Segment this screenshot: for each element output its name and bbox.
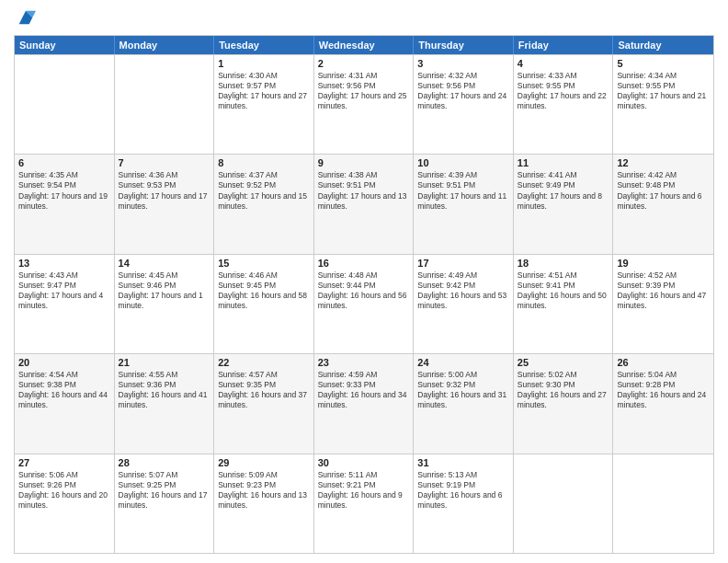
calendar-cell xyxy=(613,454,713,553)
day-info: Sunrise: 5:11 AM Sunset: 9:21 PM Dayligh… xyxy=(318,470,410,511)
day-info: Sunrise: 4:54 AM Sunset: 9:38 PM Dayligh… xyxy=(18,370,110,410)
weekday-header: Monday xyxy=(115,36,215,54)
logo-text xyxy=(14,9,36,28)
day-number: 15 xyxy=(218,258,310,269)
day-info: Sunrise: 4:39 AM Sunset: 9:51 PM Dayligh… xyxy=(417,170,509,211)
calendar-cell xyxy=(514,454,614,553)
day-number: 16 xyxy=(318,258,410,269)
calendar-cell: 1Sunrise: 4:30 AM Sunset: 9:57 PM Daylig… xyxy=(214,55,314,154)
calendar-cell: 14Sunrise: 4:45 AM Sunset: 9:46 PM Dayli… xyxy=(115,255,215,353)
calendar-cell: 21Sunrise: 4:55 AM Sunset: 9:36 PM Dayli… xyxy=(115,354,215,453)
calendar-cell xyxy=(115,55,215,154)
calendar-cell: 20Sunrise: 4:54 AM Sunset: 9:38 PM Dayli… xyxy=(15,354,115,453)
calendar-cell: 24Sunrise: 5:00 AM Sunset: 9:32 PM Dayli… xyxy=(414,354,514,453)
calendar-week-row: 6Sunrise: 4:35 AM Sunset: 9:54 PM Daylig… xyxy=(15,154,713,253)
calendar-cell: 13Sunrise: 4:43 AM Sunset: 9:47 PM Dayli… xyxy=(15,255,115,353)
weekday-header: Sunday xyxy=(15,36,115,54)
day-info: Sunrise: 4:33 AM Sunset: 9:55 PM Dayligh… xyxy=(518,71,609,111)
day-number: 4 xyxy=(518,58,609,69)
calendar-week-row: 13Sunrise: 4:43 AM Sunset: 9:47 PM Dayli… xyxy=(15,254,713,353)
calendar-cell: 8Sunrise: 4:37 AM Sunset: 9:52 PM Daylig… xyxy=(214,155,314,253)
day-number: 14 xyxy=(119,258,210,269)
day-number: 13 xyxy=(18,258,110,269)
day-info: Sunrise: 4:37 AM Sunset: 9:52 PM Dayligh… xyxy=(218,170,310,211)
calendar-cell: 9Sunrise: 4:38 AM Sunset: 9:51 PM Daylig… xyxy=(314,155,415,253)
day-info: Sunrise: 5:07 AM Sunset: 9:25 PM Dayligh… xyxy=(119,470,210,511)
day-number: 18 xyxy=(518,258,609,269)
day-info: Sunrise: 4:31 AM Sunset: 9:56 PM Dayligh… xyxy=(318,71,410,111)
day-number: 24 xyxy=(417,357,509,368)
day-number: 3 xyxy=(417,58,509,69)
day-info: Sunrise: 4:38 AM Sunset: 9:51 PM Dayligh… xyxy=(318,170,410,211)
weekday-header: Saturday xyxy=(613,36,713,54)
day-number: 1 xyxy=(218,58,310,69)
calendar-cell: 5Sunrise: 4:34 AM Sunset: 9:55 PM Daylig… xyxy=(613,55,713,154)
calendar-cell: 6Sunrise: 4:35 AM Sunset: 9:54 PM Daylig… xyxy=(15,155,115,253)
calendar-cell: 11Sunrise: 4:41 AM Sunset: 9:49 PM Dayli… xyxy=(514,155,614,253)
day-number: 12 xyxy=(617,157,710,168)
calendar-cell: 16Sunrise: 4:48 AM Sunset: 9:44 PM Dayli… xyxy=(314,255,415,353)
weekday-header: Friday xyxy=(514,36,614,54)
calendar-cell: 4Sunrise: 4:33 AM Sunset: 9:55 PM Daylig… xyxy=(514,55,614,154)
day-number: 7 xyxy=(119,157,210,168)
day-number: 25 xyxy=(518,357,609,368)
calendar-cell: 23Sunrise: 4:59 AM Sunset: 9:33 PM Dayli… xyxy=(314,354,415,453)
day-info: Sunrise: 4:51 AM Sunset: 9:41 PM Dayligh… xyxy=(518,270,609,311)
day-info: Sunrise: 4:30 AM Sunset: 9:57 PM Dayligh… xyxy=(218,71,310,111)
calendar-week-row: 1Sunrise: 4:30 AM Sunset: 9:57 PM Daylig… xyxy=(15,54,713,154)
calendar-cell: 12Sunrise: 4:42 AM Sunset: 9:48 PM Dayli… xyxy=(613,155,713,253)
day-number: 20 xyxy=(18,357,110,368)
calendar-cell: 28Sunrise: 5:07 AM Sunset: 9:25 PM Dayli… xyxy=(115,454,215,553)
calendar-cell: 22Sunrise: 4:57 AM Sunset: 9:35 PM Dayli… xyxy=(214,354,314,453)
calendar: SundayMondayTuesdayWednesdayThursdayFrid… xyxy=(14,35,714,554)
day-info: Sunrise: 4:35 AM Sunset: 9:54 PM Dayligh… xyxy=(18,170,110,211)
day-info: Sunrise: 4:36 AM Sunset: 9:53 PM Dayligh… xyxy=(119,170,210,211)
day-number: 31 xyxy=(417,457,509,468)
day-info: Sunrise: 5:02 AM Sunset: 9:30 PM Dayligh… xyxy=(518,370,609,410)
day-info: Sunrise: 5:04 AM Sunset: 9:28 PM Dayligh… xyxy=(617,370,710,410)
day-number: 5 xyxy=(617,58,710,69)
day-number: 8 xyxy=(218,157,310,168)
logo-icon xyxy=(16,7,36,28)
calendar-week-row: 20Sunrise: 4:54 AM Sunset: 9:38 PM Dayli… xyxy=(15,353,713,453)
day-number: 26 xyxy=(617,357,710,368)
calendar-cell: 18Sunrise: 4:51 AM Sunset: 9:41 PM Dayli… xyxy=(514,255,614,353)
day-info: Sunrise: 5:06 AM Sunset: 9:26 PM Dayligh… xyxy=(18,470,110,511)
day-info: Sunrise: 5:13 AM Sunset: 9:19 PM Dayligh… xyxy=(417,470,509,511)
day-info: Sunrise: 4:52 AM Sunset: 9:39 PM Dayligh… xyxy=(617,270,710,311)
day-info: Sunrise: 5:09 AM Sunset: 9:23 PM Dayligh… xyxy=(218,470,310,511)
calendar-cell: 27Sunrise: 5:06 AM Sunset: 9:26 PM Dayli… xyxy=(15,454,115,553)
day-number: 10 xyxy=(417,157,509,168)
day-number: 17 xyxy=(417,258,509,269)
day-info: Sunrise: 5:00 AM Sunset: 9:32 PM Dayligh… xyxy=(417,370,509,410)
weekday-header: Thursday xyxy=(414,36,514,54)
calendar-cell: 7Sunrise: 4:36 AM Sunset: 9:53 PM Daylig… xyxy=(115,155,215,253)
calendar-page: SundayMondayTuesdayWednesdayThursdayFrid… xyxy=(0,0,728,563)
calendar-cell xyxy=(15,55,115,154)
calendar-header: SundayMondayTuesdayWednesdayThursdayFrid… xyxy=(15,36,713,54)
day-info: Sunrise: 4:32 AM Sunset: 9:56 PM Dayligh… xyxy=(417,71,509,111)
day-number: 22 xyxy=(218,357,310,368)
calendar-cell: 30Sunrise: 5:11 AM Sunset: 9:21 PM Dayli… xyxy=(314,454,415,553)
calendar-cell: 3Sunrise: 4:32 AM Sunset: 9:56 PM Daylig… xyxy=(414,55,514,154)
calendar-cell: 25Sunrise: 5:02 AM Sunset: 9:30 PM Dayli… xyxy=(514,354,614,453)
day-number: 6 xyxy=(18,157,110,168)
calendar-cell: 19Sunrise: 4:52 AM Sunset: 9:39 PM Dayli… xyxy=(613,255,713,353)
calendar-week-row: 27Sunrise: 5:06 AM Sunset: 9:26 PM Dayli… xyxy=(15,454,713,553)
calendar-cell: 15Sunrise: 4:46 AM Sunset: 9:45 PM Dayli… xyxy=(214,255,314,353)
day-info: Sunrise: 4:43 AM Sunset: 9:47 PM Dayligh… xyxy=(18,270,110,311)
day-info: Sunrise: 4:42 AM Sunset: 9:48 PM Dayligh… xyxy=(617,170,710,211)
calendar-body: 1Sunrise: 4:30 AM Sunset: 9:57 PM Daylig… xyxy=(15,54,713,553)
day-number: 9 xyxy=(318,157,410,168)
day-number: 21 xyxy=(119,357,210,368)
header xyxy=(14,9,714,28)
day-number: 11 xyxy=(518,157,609,168)
logo xyxy=(14,9,36,28)
calendar-cell: 2Sunrise: 4:31 AM Sunset: 9:56 PM Daylig… xyxy=(314,55,415,154)
calendar-cell: 17Sunrise: 4:49 AM Sunset: 9:42 PM Dayli… xyxy=(414,255,514,353)
day-info: Sunrise: 4:49 AM Sunset: 9:42 PM Dayligh… xyxy=(417,270,509,311)
day-number: 29 xyxy=(218,457,310,468)
day-info: Sunrise: 4:45 AM Sunset: 9:46 PM Dayligh… xyxy=(119,270,210,311)
day-number: 30 xyxy=(318,457,410,468)
day-number: 2 xyxy=(318,58,410,69)
